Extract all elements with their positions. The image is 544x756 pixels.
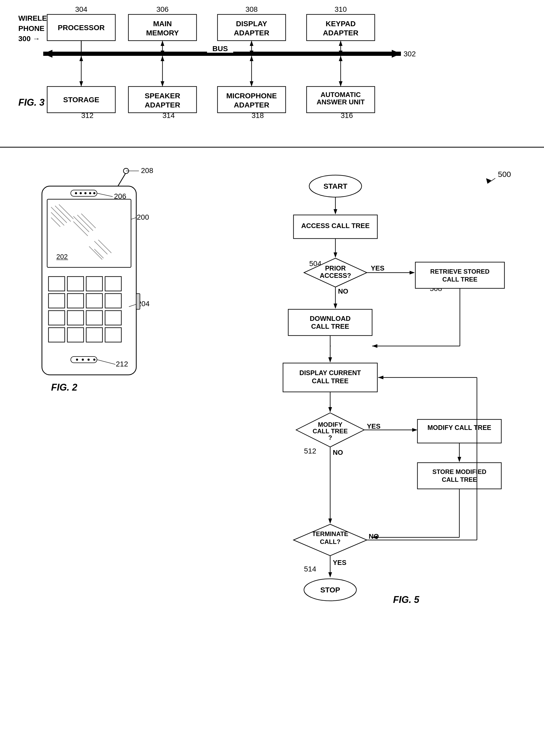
key-1-4 xyxy=(105,277,121,291)
divider-line xyxy=(0,147,544,148)
display-to-modify-arrow xyxy=(328,407,332,412)
display-label2: CALL TREE xyxy=(312,377,348,385)
ref-212: 212 xyxy=(116,360,128,368)
modify-q-label3: ? xyxy=(328,434,332,441)
store-label1: STORE MODIFIED xyxy=(432,468,486,475)
key-2-2 xyxy=(67,294,84,308)
ref-202-inside: 202 xyxy=(56,253,68,261)
key-bus-arrow-up xyxy=(339,41,342,46)
modify-q-label1: MODIFY xyxy=(318,421,342,428)
yes-modify-arrow xyxy=(412,428,417,432)
key-1-2 xyxy=(67,277,84,291)
mic-arrow xyxy=(250,81,254,87)
fig5-label: FIG. 5 xyxy=(393,594,419,605)
grille-dot2 xyxy=(80,192,82,194)
ref-208: 208 xyxy=(141,166,153,175)
store-label2: CALL TREE xyxy=(442,476,477,483)
yes-terminate-arrow xyxy=(328,572,332,577)
mem-bus-arrow-up xyxy=(161,41,164,46)
ref-314: 314 xyxy=(163,111,175,120)
key-2-1 xyxy=(49,294,65,308)
key-2-4 xyxy=(105,294,121,308)
prior-access-label1: PRIOR xyxy=(325,264,346,272)
storage-arrow xyxy=(79,81,83,87)
aau-label: AUTOMATIC xyxy=(320,91,361,99)
modify-to-store-arrow xyxy=(457,457,461,462)
no-modify-arrow xyxy=(328,519,332,524)
access-call-tree-label: ACCESS CALL TREE xyxy=(301,222,370,230)
keypad-adapter-label2: ADAPTER xyxy=(323,29,358,37)
ref-304: 304 xyxy=(75,5,88,13)
disp-bus-arrow-up xyxy=(250,41,254,46)
bottom-dot2 xyxy=(82,359,84,361)
mic-arrow2 xyxy=(250,56,254,61)
ref-512: 512 xyxy=(304,447,316,455)
aau-arrow2 xyxy=(339,56,342,61)
bus-label-text: BUS xyxy=(212,45,228,53)
ref-312: 312 xyxy=(81,111,94,120)
modify-q-label2: CALL TREE xyxy=(312,428,348,435)
start-to-access-arrow xyxy=(333,209,337,214)
access-to-prior-arrow xyxy=(333,252,337,258)
prior-access-label2: ACCESS? xyxy=(320,272,351,279)
key-1-1 xyxy=(49,277,65,291)
side-button xyxy=(136,294,140,309)
fig3-diagram: 304 306 308 310 PROCESSOR MAIN MEMORY DI… xyxy=(0,0,544,147)
key-3-2 xyxy=(67,311,84,325)
key-4-3 xyxy=(86,328,103,342)
fig3-label: FIG. 3 xyxy=(18,97,45,108)
ref-302: 302 xyxy=(403,50,416,58)
grille-dot1 xyxy=(75,192,77,194)
key-4-1 xyxy=(49,328,65,342)
no-label-modify: NO xyxy=(333,449,343,456)
store-modified-box xyxy=(417,463,501,489)
bottom-dot4 xyxy=(93,359,95,361)
download-label1: DOWNLOAD xyxy=(310,315,350,322)
speaker-adapter-label: SPEAKER xyxy=(145,92,180,100)
speaker-grille xyxy=(71,190,97,196)
ref-306: 306 xyxy=(157,5,169,13)
join-to-display-arrow xyxy=(372,344,377,348)
storage-arrow2 xyxy=(79,56,83,61)
phone-antenna-line xyxy=(118,173,126,186)
display-label1: DISPLAY CURRENT xyxy=(299,369,361,376)
fig2-diagram: 208 206 200 202 xyxy=(16,160,194,448)
no-terminate-arrow xyxy=(378,376,383,379)
modify-label1: MODIFY CALL TREE xyxy=(427,424,491,431)
key-3-3 xyxy=(86,311,103,325)
ref-308: 308 xyxy=(246,5,258,13)
grille-dot5 xyxy=(93,192,95,194)
main-memory-label: MAIN xyxy=(153,20,172,28)
ref-500: 500 xyxy=(498,170,511,179)
bottom-dot3 xyxy=(88,359,90,361)
storage-label: STORAGE xyxy=(63,96,99,104)
retrieve-label2: CALL TREE xyxy=(442,276,477,283)
display-adapter-label: DISPLAY xyxy=(236,20,267,28)
mic-adapter-label: MICROPHONE xyxy=(227,92,277,100)
no-label-terminate: NO xyxy=(369,532,379,540)
ref-514: 514 xyxy=(304,565,316,573)
processor-label: PROCESSOR xyxy=(58,24,105,32)
fig5-diagram: 500 START 502 ACCESS CALL TREE 504 PRIOR… xyxy=(210,163,535,744)
key-2-3 xyxy=(86,294,103,308)
bottom-dot1 xyxy=(76,359,78,361)
terminate-label1: TERMINATE xyxy=(312,530,348,537)
fig2-label: FIG. 2 xyxy=(51,382,77,393)
start-label: START xyxy=(323,182,347,190)
display-adapter-label2: ADAPTER xyxy=(234,29,269,37)
retrieve-stored-box xyxy=(415,262,504,288)
main-memory-label2: MEMORY xyxy=(146,29,179,37)
yes-to-retrieve-arrow xyxy=(409,271,415,274)
no-to-download-arrow xyxy=(333,304,337,309)
keypad-adapter-label: KEYPAD xyxy=(326,20,356,28)
yes-label-prior: YES xyxy=(371,264,384,272)
stop-label: STOP xyxy=(320,586,340,594)
yes-label-terminate: YES xyxy=(333,559,346,566)
grille-dot4 xyxy=(89,192,91,194)
speaker-arrow xyxy=(161,81,164,87)
speaker-arrow2 xyxy=(161,56,164,61)
mic-adapter-label2: ADAPTER xyxy=(234,101,269,109)
download-label2: CALL TREE xyxy=(311,322,349,330)
grille-dot3 xyxy=(84,192,87,194)
key-4-2 xyxy=(67,328,84,342)
